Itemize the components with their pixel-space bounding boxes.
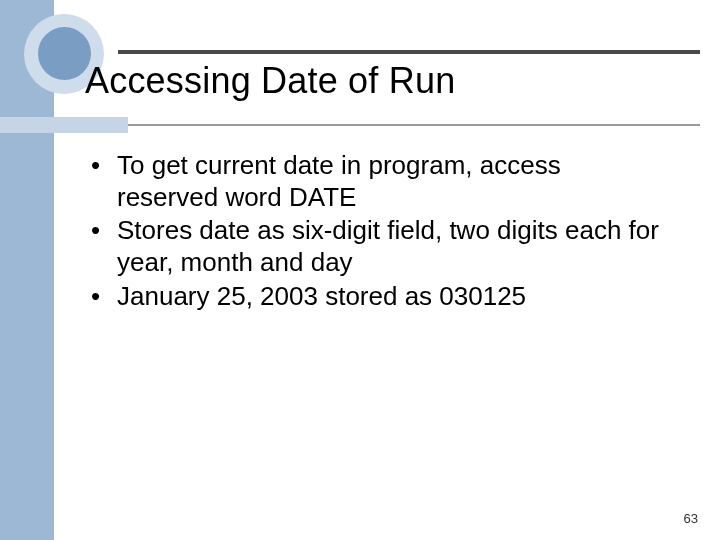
accent-bar [0, 117, 128, 133]
slide-body: To get current date in program, access r… [85, 150, 665, 315]
title-top-rule [118, 50, 700, 54]
title-underline [54, 124, 700, 126]
page-number: 63 [684, 511, 698, 526]
slide-title: Accessing Date of Run [85, 60, 455, 102]
bullet-item: Stores date as six-digit field, two digi… [85, 215, 665, 278]
bullet-item: To get current date in program, access r… [85, 150, 665, 213]
bullet-list: To get current date in program, access r… [85, 150, 665, 313]
bullet-item: January 25, 2003 stored as 030125 [85, 281, 665, 313]
decor-circle-inner [38, 27, 91, 80]
